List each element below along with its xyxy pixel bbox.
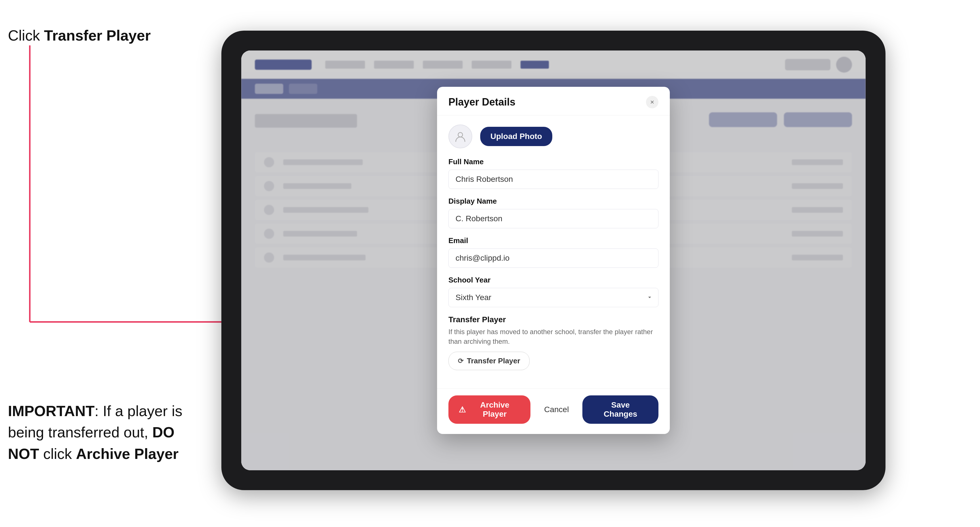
archive-player-button[interactable]: ⚠ Archive Player bbox=[449, 395, 530, 424]
school-year-select[interactable]: First Year Second Year Third Year Fourth… bbox=[449, 288, 659, 307]
tablet-screen: Player Details × bbox=[241, 51, 865, 470]
full-name-group: Full Name bbox=[449, 157, 659, 189]
photo-upload-row: Upload Photo bbox=[449, 124, 659, 148]
dialog-overlay: Player Details × bbox=[241, 51, 865, 470]
instruction-top-prefix: Click bbox=[8, 27, 44, 44]
display-name-group: Display Name bbox=[449, 197, 659, 229]
instruction-top-bold: Transfer Player bbox=[44, 27, 151, 44]
email-input[interactable] bbox=[449, 248, 659, 268]
email-label: Email bbox=[449, 236, 659, 245]
tablet-frame: Player Details × bbox=[221, 31, 886, 490]
school-year-group: School Year First Year Second Year Third… bbox=[449, 276, 659, 307]
full-name-input[interactable] bbox=[449, 170, 659, 189]
transfer-section-description: If this player has moved to another scho… bbox=[449, 327, 659, 346]
instruction-top: Click Transfer Player bbox=[8, 27, 151, 44]
dialog-body: Upload Photo Full Name Display Name bbox=[437, 116, 670, 388]
instruction-bottom: IMPORTANT: If a player is being transfer… bbox=[8, 400, 201, 465]
player-details-dialog: Player Details × bbox=[437, 87, 670, 434]
instruction-archive-bold: Archive Player bbox=[76, 446, 178, 462]
transfer-icon: ⟳ bbox=[458, 357, 463, 365]
dialog-footer: ⚠ Archive Player Cancel Save Changes bbox=[437, 388, 670, 434]
school-year-label: School Year bbox=[449, 276, 659, 284]
player-avatar bbox=[449, 124, 472, 148]
transfer-section-label: Transfer Player bbox=[449, 315, 659, 324]
display-name-input[interactable] bbox=[449, 209, 659, 229]
cancel-button[interactable]: Cancel bbox=[536, 400, 577, 419]
save-changes-button[interactable]: Save Changes bbox=[582, 395, 659, 424]
dialog-title: Player Details bbox=[449, 96, 515, 108]
archive-button-label: Archive Player bbox=[469, 400, 520, 419]
upload-photo-button[interactable]: Upload Photo bbox=[480, 127, 552, 146]
archive-icon: ⚠ bbox=[459, 405, 466, 414]
person-icon bbox=[454, 130, 466, 143]
full-name-label: Full Name bbox=[449, 157, 659, 166]
transfer-button-label: Transfer Player bbox=[467, 357, 520, 365]
transfer-player-section: Transfer Player If this player has moved… bbox=[449, 315, 659, 370]
close-icon: × bbox=[650, 98, 654, 106]
dialog-close-button[interactable]: × bbox=[646, 96, 659, 108]
instruction-rest-2: click bbox=[39, 446, 76, 462]
transfer-player-button[interactable]: ⟳ Transfer Player bbox=[449, 352, 530, 370]
display-name-label: Display Name bbox=[449, 197, 659, 206]
dialog-header: Player Details × bbox=[437, 87, 670, 116]
svg-point-3 bbox=[458, 132, 463, 137]
email-group: Email bbox=[449, 236, 659, 268]
instruction-important: IMPORTANT bbox=[8, 403, 94, 419]
